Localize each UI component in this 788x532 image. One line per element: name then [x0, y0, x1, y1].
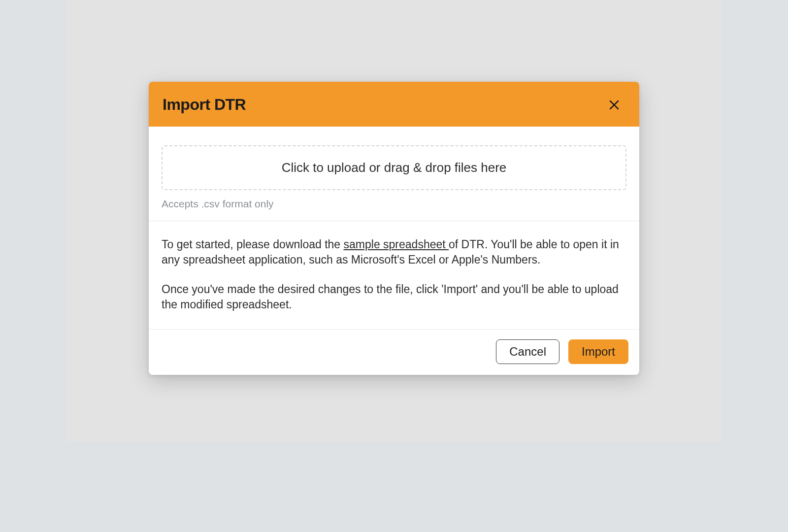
instructions-text: To get started, please download the samp…: [162, 237, 626, 312]
modal-title: Import DTR: [163, 96, 246, 114]
modal-header: Import DTR: [149, 82, 639, 127]
accepts-hint: Accepts .csv format only: [162, 198, 626, 210]
import-dtr-modal: Import DTR Click to upload or drag & dro…: [149, 82, 639, 375]
instructions-para2: Once you've made the desired changes to …: [162, 282, 626, 313]
close-icon: [608, 99, 621, 111]
instructions-para1-pre: To get started, please download the: [162, 238, 344, 251]
instructions-section: To get started, please download the samp…: [149, 221, 639, 330]
dropzone-label: Click to upload or drag & drop files her…: [282, 160, 507, 175]
close-button[interactable]: [606, 97, 623, 113]
import-button[interactable]: Import: [568, 339, 628, 364]
modal-footer: Cancel Import: [149, 330, 639, 375]
file-dropzone[interactable]: Click to upload or drag & drop files her…: [162, 145, 626, 190]
cancel-button[interactable]: Cancel: [496, 339, 559, 364]
upload-section: Click to upload or drag & drop files her…: [149, 127, 639, 221]
sample-spreadsheet-link[interactable]: sample spreadsheet: [344, 238, 449, 251]
